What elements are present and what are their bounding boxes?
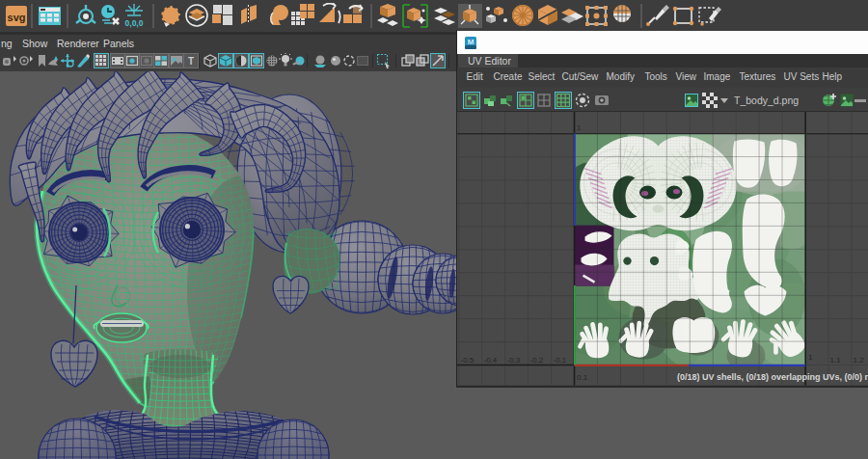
svg-text:M: M [467, 38, 474, 46]
